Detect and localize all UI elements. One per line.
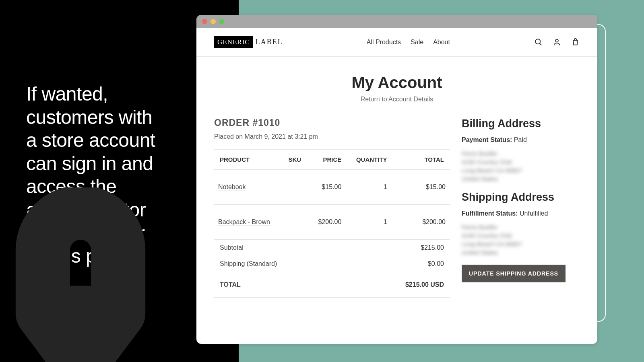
billing-heading: Billing Address — [462, 117, 580, 130]
logo-label: LABEL — [256, 38, 283, 46]
order-heading: ORDER #1010 — [214, 117, 450, 128]
teal-background: GENERIC LABEL All Products Sale About My… — [239, 0, 644, 362]
product-name-cell[interactable]: Notebook — [214, 170, 285, 205]
shipping-address-blurred: Ferris Bueller 4160 Country Club Long Be… — [462, 223, 580, 257]
minimize-icon[interactable] — [211, 19, 216, 24]
window-chrome — [196, 15, 597, 28]
subtotal-label: Subtotal — [214, 240, 391, 256]
svg-point-2 — [555, 39, 558, 42]
table-header-row: PRODUCT SKU PRICE QUANTITY TOTAL — [214, 150, 450, 170]
store-logo[interactable]: GENERIC LABEL — [214, 36, 283, 48]
table-row: Notebook $15.00 1 $15.00 — [214, 170, 450, 205]
shipping-row: Shipping (Standard) $0.00 — [214, 256, 450, 272]
header-icons — [534, 38, 580, 47]
store-header: GENERIC LABEL All Products Sale About — [196, 28, 597, 57]
shipping-heading: Shipping Address — [462, 191, 580, 204]
order-column: ORDER #1010 Placed on March 9, 2021 at 3… — [214, 117, 450, 298]
page-title: My Account — [214, 74, 580, 92]
total-value: $215.00 USD — [391, 272, 450, 298]
table-row: Backpack - Brown $200.00 1 $200.00 — [214, 205, 450, 240]
order-placed: Placed on March 9, 2021 at 3:21 pm — [214, 133, 450, 140]
sku-cell — [285, 170, 309, 205]
th-product: PRODUCT — [214, 150, 285, 170]
shipping-value: $0.00 — [391, 256, 450, 272]
payment-status: Payment Status: Paid — [462, 136, 580, 144]
main-nav: All Products Sale About — [283, 39, 534, 46]
product-name-cell[interactable]: Backpack - Brown — [214, 205, 285, 240]
pencil-edit-icon — [0, 187, 185, 362]
price-cell: $15.00 — [309, 170, 345, 205]
sku-cell — [285, 205, 309, 240]
account-icon[interactable] — [552, 38, 561, 47]
nav-all-products[interactable]: All Products — [367, 39, 401, 46]
qty-cell: 1 — [345, 205, 391, 240]
subtotal-value: $215.00 — [391, 240, 450, 256]
fulfillment-status: Fulfillment Status: Unfulfilled — [462, 210, 580, 217]
browser-window: GENERIC LABEL All Products Sale About My… — [196, 15, 597, 344]
total-cell: $15.00 — [391, 170, 450, 205]
search-icon[interactable] — [534, 38, 543, 47]
th-qty: QUANTITY — [345, 150, 391, 170]
address-column: Billing Address Payment Status: Paid Fer… — [462, 117, 580, 298]
cart-icon[interactable] — [571, 38, 580, 47]
maximize-icon[interactable] — [219, 19, 224, 24]
qty-cell: 1 — [345, 170, 391, 205]
logo-box: GENERIC — [214, 36, 253, 48]
return-link[interactable]: Return to Account Details — [214, 96, 580, 103]
close-icon[interactable] — [202, 19, 207, 24]
svg-point-0 — [535, 39, 540, 44]
shipping-label: Shipping (Standard) — [214, 256, 391, 272]
total-cell: $200.00 — [391, 205, 450, 240]
price-cell: $200.00 — [309, 205, 345, 240]
nav-sale[interactable]: Sale — [411, 39, 423, 46]
subtotal-row: Subtotal $215.00 — [214, 240, 450, 256]
total-label: TOTAL — [214, 272, 391, 298]
th-price: PRICE — [309, 150, 345, 170]
total-row: TOTAL $215.00 USD — [214, 272, 450, 298]
nav-about[interactable]: About — [433, 39, 450, 46]
th-total: TOTAL — [391, 150, 450, 170]
th-sku: SKU — [285, 150, 309, 170]
update-shipping-button[interactable]: UPDATE SHIPPING ADDRESS — [462, 265, 566, 282]
svg-line-1 — [539, 43, 541, 45]
order-table: PRODUCT SKU PRICE QUANTITY TOTAL Noteboo… — [214, 149, 450, 298]
billing-address-blurred: Ferris Bueller 4160 Country Club Long Be… — [462, 149, 580, 183]
